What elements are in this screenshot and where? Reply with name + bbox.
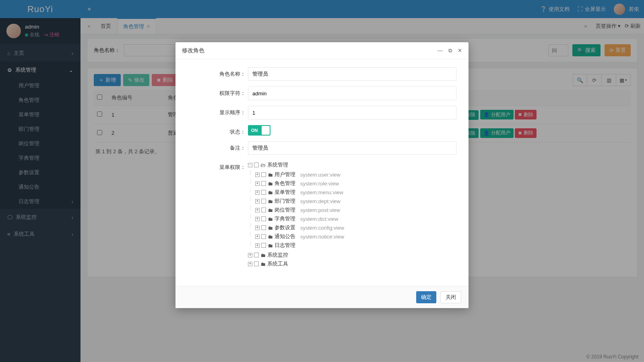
tree-checkbox[interactable] [261, 181, 266, 186]
tree-label[interactable]: 通知公告 [275, 233, 295, 240]
tree-label[interactable]: 参数设置 [275, 224, 295, 231]
folder-icon: 🖿 [268, 189, 273, 195]
tree-expander[interactable]: + [255, 181, 260, 186]
tree-label[interactable]: 日志管理 [275, 242, 295, 249]
label-perms: 菜单权限： [188, 160, 248, 171]
label-order: 显示顺序： [188, 106, 248, 116]
tree-checkbox[interactable] [261, 225, 266, 230]
tree-expander[interactable]: + [255, 226, 260, 230]
status-toggle[interactable]: ON [248, 125, 270, 136]
folder-icon: 🖿 [268, 172, 273, 178]
tree-perm-code: system:dict:view [300, 216, 339, 222]
input-role-key[interactable] [248, 86, 456, 100]
folder-icon: 🖿 [268, 216, 273, 222]
tree-node: + 🖿 岗位管理 system:post:view [255, 206, 456, 214]
label-status: 状态： [188, 125, 248, 136]
folder-open-icon: 🗁 [260, 162, 266, 168]
tree-expander[interactable]: − [248, 163, 252, 167]
tree-label[interactable]: 部门管理 [275, 197, 295, 205]
tree-node: + 🖿 系统工具 [248, 259, 456, 268]
tree-expander[interactable]: + [255, 199, 260, 204]
tree-label[interactable]: 用户管理 [275, 171, 295, 178]
label-role-name: 角色名称： [188, 67, 248, 78]
maximize-icon: ⧉ [448, 47, 452, 53]
modal-title: 修改角色 [182, 47, 204, 54]
tree-label[interactable]: 系统管理 [267, 161, 288, 169]
tree-expander[interactable]: + [255, 208, 260, 212]
tree-checkbox[interactable] [261, 172, 266, 177]
input-remark[interactable] [248, 141, 456, 155]
folder-icon: 🖿 [268, 198, 273, 204]
tree-checkbox[interactable] [261, 216, 266, 221]
tree-node: + 🖿 用户管理 system:user:view [255, 170, 456, 179]
tree-expander[interactable]: + [248, 253, 252, 257]
label-remark: 备注： [188, 141, 248, 152]
close-button[interactable]: ✕ [458, 47, 462, 54]
tree-checkbox[interactable] [261, 243, 266, 248]
tree-expander[interactable]: + [255, 217, 260, 221]
tree-node: + 🖿 部门管理 system:dept:view [255, 197, 456, 206]
tree-node: + 🖿 字典管理 system:dict:view [255, 214, 456, 223]
tree-perm-code: system:post:view [300, 207, 340, 213]
cancel-button[interactable]: 关闭 [440, 291, 461, 303]
folder-icon: 🖿 [260, 252, 266, 258]
modal-overlay: 修改角色 — ⧉ ✕ 角色名称： 权限字符： 显示顺序： 状态： [0, 0, 644, 362]
tree-node: + 🖿 系统监控 [248, 251, 456, 259]
minimize-icon: — [438, 47, 443, 53]
tree-perm-code: system:notice:view [300, 234, 344, 240]
tree-perm-code: system:user:view [300, 172, 341, 178]
tree-label[interactable]: 系统监控 [267, 251, 288, 259]
tree-node: − 🗁 系统管理 + 🖿 用户管理 system:user:view + 🖿 角… [248, 160, 456, 251]
folder-icon: 🖿 [268, 181, 273, 187]
tree-checkbox[interactable] [261, 199, 266, 204]
tree-perm-code: system:menu:view [300, 189, 343, 195]
tree-checkbox[interactable] [261, 190, 266, 195]
toggle-knob [262, 126, 270, 135]
tree-checkbox[interactable] [254, 261, 259, 266]
tree-node: + 🖿 角色管理 system:role:view [255, 179, 456, 188]
folder-icon: 🖿 [260, 261, 266, 267]
tree-checkbox[interactable] [254, 162, 259, 167]
tree-expander[interactable]: + [255, 243, 260, 248]
perm-tree: − 🗁 系统管理 + 🖿 用户管理 system:user:view + 🖿 角… [248, 160, 456, 268]
maximize-button[interactable]: ⧉ [448, 47, 452, 54]
folder-icon: 🖿 [268, 243, 273, 249]
input-role-name[interactable] [248, 67, 456, 81]
tree-expander[interactable]: + [255, 190, 260, 195]
input-order[interactable] [248, 106, 456, 119]
tree-label[interactable]: 系统工具 [267, 260, 288, 267]
tree-label[interactable]: 岗位管理 [275, 206, 295, 214]
folder-icon: 🖿 [268, 207, 273, 213]
tree-perm-code: system:config:view [300, 225, 344, 231]
tree-expander[interactable]: + [255, 173, 260, 177]
tree-node: + 🖿 参数设置 system:config:view [255, 223, 456, 232]
tree-perm-code: system:dept:view [300, 198, 341, 204]
tree-label[interactable]: 字典管理 [275, 215, 295, 222]
tree-label[interactable]: 角色管理 [275, 180, 295, 187]
tree-expander[interactable]: + [255, 234, 260, 239]
folder-icon: 🖿 [268, 234, 273, 240]
minimize-button[interactable]: — [438, 47, 443, 54]
tree-node: + 🖿 日志管理 [255, 241, 456, 250]
tree-label[interactable]: 菜单管理 [275, 189, 295, 196]
edit-role-modal: 修改角色 — ⧉ ✕ 角色名称： 权限字符： 显示顺序： 状态： [175, 42, 469, 308]
ok-button[interactable]: 确定 [416, 291, 436, 303]
tree-checkbox[interactable] [261, 234, 266, 239]
close-icon: ✕ [458, 47, 462, 53]
folder-icon: 🖿 [268, 225, 273, 231]
tree-node: + 🖿 通知公告 system:notice:view [255, 232, 456, 241]
tree-checkbox[interactable] [261, 208, 266, 212]
tree-expander[interactable]: + [248, 262, 252, 266]
tree-perm-code: system:role:view [300, 181, 339, 187]
tree-node: + 🖿 菜单管理 system:menu:view [255, 188, 456, 197]
label-role-key: 权限字符： [188, 86, 248, 97]
tree-checkbox[interactable] [254, 253, 259, 257]
